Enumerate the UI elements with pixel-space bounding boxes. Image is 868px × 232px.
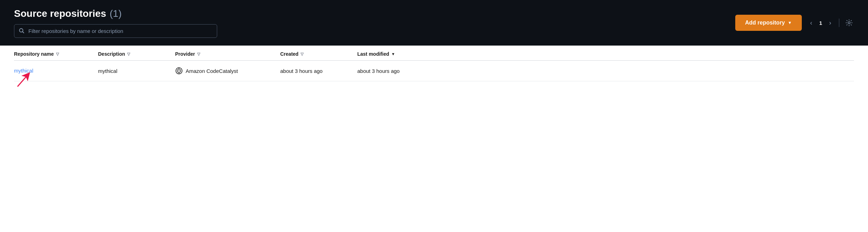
- pagination-current-page: 1: [818, 20, 824, 26]
- repo-name-link[interactable]: mythical: [14, 68, 33, 74]
- svg-point-5: [179, 70, 180, 71]
- page-title-row: Source repositories (1): [14, 8, 217, 19]
- col-provider-label: Provider: [175, 51, 195, 57]
- sort-icon-provider[interactable]: ▽: [197, 52, 200, 56]
- sort-icon-description[interactable]: ▽: [127, 52, 130, 56]
- next-icon: ›: [829, 19, 831, 27]
- cell-last-modified: about 3 hours ago: [357, 68, 854, 74]
- table-header-row: Repository name ▽ Description ▽ Provider…: [14, 46, 854, 61]
- pagination-divider: [839, 19, 839, 27]
- add-repository-label: Add repository: [745, 20, 785, 26]
- col-created-label: Created: [280, 51, 298, 57]
- search-icon: [19, 28, 25, 34]
- table-section: Repository name ▽ Description ▽ Provider…: [0, 46, 868, 81]
- provider-name: Amazon CodeCatalyst: [186, 68, 238, 74]
- header-right: Add repository ▼ ‹ 1 ›: [735, 15, 854, 31]
- pagination-next-button[interactable]: ›: [826, 18, 834, 28]
- cell-description: mythical: [98, 68, 175, 74]
- add-repository-button[interactable]: Add repository ▼: [735, 15, 802, 31]
- dropdown-arrow-icon: ▼: [788, 20, 792, 25]
- cell-provider: Amazon CodeCatalyst: [175, 67, 280, 75]
- sort-icon-created[interactable]: ▽: [301, 52, 303, 56]
- provider-icon: [175, 67, 183, 75]
- cell-created: about 3 hours ago: [280, 68, 357, 74]
- col-header-provider: Provider ▽: [175, 51, 280, 57]
- svg-point-2: [848, 22, 850, 24]
- col-last-modified-label: Last modified: [357, 51, 389, 57]
- search-bar-container: [14, 24, 217, 38]
- settings-button[interactable]: [844, 18, 854, 28]
- col-repo-name-label: Repository name: [14, 51, 54, 57]
- svg-line-1: [23, 32, 24, 33]
- pagination-controls: ‹ 1 ›: [807, 18, 854, 28]
- page-count: (1): [110, 8, 122, 19]
- search-input[interactable]: [14, 24, 217, 38]
- header-bar: Source repositories (1) Add repository ▼…: [0, 0, 868, 46]
- sort-icon-repo-name[interactable]: ▽: [56, 52, 59, 56]
- page-title: Source repositories: [14, 8, 106, 19]
- sort-icon-last-modified[interactable]: ▼: [391, 52, 395, 56]
- col-description-label: Description: [98, 51, 125, 57]
- cell-repo-name: mythical: [14, 68, 98, 74]
- col-header-last-modified: Last modified ▼: [357, 51, 854, 57]
- col-header-description: Description ▽: [98, 51, 175, 57]
- pagination-prev-button[interactable]: ‹: [807, 18, 815, 28]
- prev-icon: ‹: [810, 19, 812, 27]
- svg-line-8: [18, 75, 27, 87]
- col-header-created: Created ▽: [280, 51, 357, 57]
- col-header-repo-name: Repository name ▽: [14, 51, 98, 57]
- table-row: mythical mythical Amazon CodeCatalyst ab…: [14, 61, 854, 81]
- header-left: Source repositories (1): [14, 8, 217, 38]
- gear-icon: [846, 19, 853, 26]
